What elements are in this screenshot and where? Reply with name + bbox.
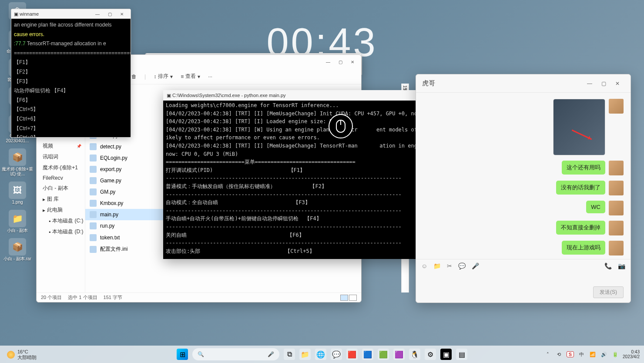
tree-item-label: 讯唱词: [43, 153, 58, 161]
taskbar-app-generic7[interactable]: ▤: [456, 349, 467, 360]
tray-sync-icon[interactable]: ⟲: [555, 352, 563, 357]
tray-clock[interactable]: 0:432023/4/2: [623, 350, 640, 359]
video-icon[interactable]: 📷: [618, 262, 625, 269]
tree-item-label: 本地磁盘 (C:): [52, 217, 83, 225]
explorer-statusbar: 20 个项目 选中 1 个项目 151 字节: [37, 292, 361, 302]
status-item-count: 20 个项目: [41, 294, 62, 301]
desktop-icon[interactable]: 🖼1.png: [2, 182, 33, 205]
avatar[interactable]: [609, 181, 624, 195]
message-icon[interactable]: 💬: [458, 262, 466, 269]
taskbar-search[interactable]: 🔍🎤: [192, 348, 279, 360]
taskbar-app-generic4[interactable]: 🟪: [393, 349, 405, 360]
avatar[interactable]: [609, 99, 624, 114]
pin-icon: 📌: [77, 144, 81, 148]
desktop-icon[interactable]: 📦小白 - 副本.rar: [2, 238, 33, 261]
message-bubble: 没有的话我删了: [556, 181, 605, 195]
chat-min-button[interactable]: —: [583, 81, 597, 87]
chat-max-button[interactable]: ▢: [597, 81, 610, 87]
tray-battery-icon[interactable]: 🔋: [611, 352, 619, 357]
taskbar-app-generic1[interactable]: 🟥: [346, 349, 358, 360]
desktop-icon-glyph: 📁: [9, 210, 26, 227]
toolbar-view[interactable]: ≡ 查看 ▾: [181, 73, 200, 80]
taskbar-app-generic6[interactable]: ⚙: [425, 349, 436, 360]
tree-item[interactable]: 视频📌: [37, 141, 85, 151]
taskbar-app-explorer[interactable]: 📁: [299, 349, 311, 360]
taskbar-weather[interactable]: 16°C 大部晴朗: [7, 349, 37, 360]
file-icon: [90, 155, 97, 161]
file-icon: [90, 166, 97, 173]
tree-item-label: FileRecv: [43, 175, 63, 181]
tray-ime-icon[interactable]: S: [567, 351, 574, 357]
taskbar-app-terminal[interactable]: ▣: [440, 349, 452, 360]
taskbar-app-chat[interactable]: 💬: [331, 349, 342, 360]
taskbar-app-generic2[interactable]: 🟦: [362, 349, 373, 360]
toolbar-more[interactable]: ···: [208, 74, 212, 80]
avatar[interactable]: [609, 201, 624, 215]
file-icon: [90, 211, 97, 218]
view-icons-button[interactable]: [349, 295, 357, 301]
maximize-button[interactable]: ▢: [104, 10, 116, 18]
task-view-button[interactable]: ⧉: [284, 349, 295, 360]
scissors-icon[interactable]: ✂: [447, 262, 452, 269]
tray-lang[interactable]: 中: [577, 351, 585, 358]
tray-volume-icon[interactable]: 🔊: [600, 352, 608, 357]
toolbar-sort[interactable]: ↕ 排序 ▾: [154, 73, 173, 80]
send-button[interactable]: 发送(S): [593, 286, 624, 298]
message-row: [423, 99, 624, 155]
desktop-icon-label: 小白 - 副本: [7, 228, 28, 233]
tray-wifi-icon[interactable]: 📶: [589, 352, 597, 357]
small-terminal-title: winname: [20, 11, 39, 17]
minimize-button[interactable]: —: [322, 57, 334, 66]
chat-header[interactable]: 虎哥 — ▢ ✕: [416, 74, 631, 93]
file-icon: [90, 234, 97, 241]
avatar[interactable]: [609, 241, 624, 255]
chat-input-area[interactable]: 发送(S): [416, 272, 631, 302]
minimize-button[interactable]: —: [91, 10, 104, 18]
tree-item[interactable]: 小白 - 副本: [37, 183, 85, 194]
taskbar-app-generic5[interactable]: 🐧: [409, 349, 420, 360]
start-button[interactable]: ⊞: [177, 349, 188, 360]
small-terminal-window: ▣ winname — ▢ ✕ an engine plan file acro…: [11, 9, 131, 138]
tree-item[interactable]: ▪ 本地磁盘 (C:): [37, 215, 85, 226]
terminal-icon: ▣: [14, 11, 18, 17]
desktop-icon-glyph: 📦: [9, 148, 26, 166]
tree-item-label: 魔术师·(准除+1: [43, 164, 78, 171]
desktop-icon[interactable]: 📦魔术师·(准除+重试)·使...: [2, 148, 33, 176]
taskbar-app-generic3[interactable]: 🟩: [378, 349, 389, 360]
desktop-icon[interactable]: 📁小白 - 副本: [2, 210, 33, 233]
file-icon: [90, 246, 97, 253]
tree-item[interactable]: ▸ 此电脑: [37, 205, 85, 215]
tree-item[interactable]: FileRecv: [37, 173, 85, 183]
avatar[interactable]: [609, 221, 624, 235]
close-button[interactable]: ✕: [346, 57, 359, 66]
file-icon[interactable]: 📁: [433, 262, 441, 269]
status-selection: 选中 1 个项目: [68, 294, 97, 301]
toolbar-delete-icon[interactable]: 🗑: [131, 74, 137, 80]
tree-item[interactable]: 魔术师·(准除+1: [37, 162, 85, 173]
chat-close-button[interactable]: ✕: [610, 81, 624, 87]
small-terminal-titlebar[interactable]: ▣ winname — ▢ ✕: [11, 9, 131, 19]
phone-icon[interactable]: 📞: [604, 262, 612, 269]
weather-icon: [7, 351, 15, 359]
emoji-icon[interactable]: ☺: [421, 262, 427, 269]
message-row: WC: [423, 201, 624, 215]
taskbar: 16°C 大部晴朗 ⊞ 🔍🎤 ⧉ 📁 🌐 💬 🟥 🟦 🟩 🟪 🐧 ⚙ ▣ ▤ ˄…: [0, 346, 644, 363]
tree-item[interactable]: ▸ 图 库: [37, 194, 85, 205]
mic-icon[interactable]: 🎤: [268, 351, 274, 357]
tree-item-label: 小白 - 副本: [43, 185, 68, 192]
close-button[interactable]: ✕: [116, 10, 128, 18]
taskbar-app-edge[interactable]: 🌐: [315, 349, 326, 360]
chat-contact-name: 虎哥: [422, 79, 435, 87]
message-image[interactable]: [553, 99, 605, 155]
avatar[interactable]: [609, 161, 624, 175]
taskbar-center: ⊞ 🔍🎤 ⧉ 📁 🌐 💬 🟥 🟦 🟩 🟪 🐧 ⚙ ▣ ▤: [177, 348, 467, 360]
maximize-button[interactable]: ▢: [334, 57, 346, 66]
cmd-title: C:\Windows\System32\cmd.exe - python.exe…: [172, 93, 285, 98]
mic-icon[interactable]: 🎤: [472, 262, 479, 269]
view-details-button[interactable]: [340, 295, 348, 301]
chat-window: 虎哥 — ▢ ✕ 这个还有用吗没有的话我删了WC不知直接全删掉现在上游戏吗 ☺ …: [416, 74, 631, 303]
message-row: 这个还有用吗: [423, 161, 624, 175]
tree-item[interactable]: 讯唱词: [37, 151, 85, 162]
tree-item[interactable]: ▪ 本地磁盘 (D:): [37, 226, 85, 237]
tray-chevron-icon[interactable]: ˄: [544, 352, 552, 357]
